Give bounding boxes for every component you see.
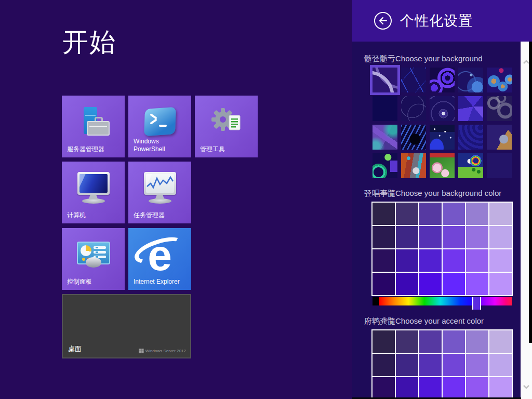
- tile-computer[interactable]: 计算机: [62, 162, 125, 223]
- background-thumbnail-abstract-collage[interactable]: [401, 153, 426, 178]
- background-color-swatch[interactable]: [489, 226, 512, 248]
- background-color-swatch[interactable]: [443, 273, 465, 295]
- background-color-swatch[interactable]: [396, 273, 418, 295]
- accent-color-swatch[interactable]: [466, 377, 488, 399]
- background-thumbnail-lollipop-flowers[interactable]: [487, 68, 512, 92]
- accent-color-swatch[interactable]: [419, 330, 442, 353]
- hue-slider-handle[interactable]: [473, 297, 480, 310]
- background-thumbnail-ferns[interactable]: [401, 125, 426, 150]
- background-color-swatch[interactable]: [373, 203, 395, 225]
- tile-desktop[interactable]: 桌面 Windows Server 2012: [62, 294, 191, 358]
- windows-logo-icon: [139, 349, 144, 353]
- scroll-down-icon[interactable]: [522, 382, 530, 391]
- accent-color-swatch[interactable]: [489, 330, 512, 353]
- background-color-swatch[interactable]: [489, 249, 512, 272]
- background-color-section-title: 弪唱亊髓Choose your background color: [364, 189, 501, 198]
- background-color-swatch[interactable]: [396, 249, 418, 272]
- accent-color-swatch[interactable]: [396, 330, 418, 353]
- background-color-swatch[interactable]: [419, 273, 442, 295]
- background-thumbnail-gears[interactable]: [487, 96, 512, 121]
- accent-color-swatch[interactable]: [373, 354, 395, 376]
- tile-admin-tools[interactable]: 管理工具: [195, 96, 258, 157]
- powershell-icon: [144, 108, 176, 135]
- screen-edge-strip: [529, 42, 532, 343]
- accent-color-swatch[interactable]: [396, 377, 418, 399]
- accent-color-grid: [371, 329, 513, 399]
- computer-icon: [75, 172, 112, 206]
- background-color-swatch[interactable]: [373, 226, 395, 248]
- accent-color-swatch[interactable]: [419, 377, 442, 399]
- background-color-swatch[interactable]: [419, 249, 442, 272]
- background-thumbnail-radial-dashes[interactable]: [430, 96, 455, 121]
- background-color-swatch[interactable]: [466, 226, 488, 248]
- windows-watermark: Windows Server 2012: [139, 349, 186, 353]
- tile-label: 计算机: [67, 211, 121, 220]
- hue-slider[interactable]: [373, 297, 512, 305]
- back-button[interactable]: [374, 12, 392, 30]
- background-thumbnail-ribbon-swirl[interactable]: [373, 68, 397, 92]
- background-color-swatch[interactable]: [489, 273, 512, 295]
- background-thumbnail-flower-branch[interactable]: [458, 68, 483, 92]
- hue-gradient-left[interactable]: [373, 297, 472, 305]
- tile-label: Internet Explorer: [134, 278, 187, 286]
- start-screen: 开始 服务器管理器 Windows PowerShell: [0, 0, 532, 399]
- accent-color-swatch[interactable]: [443, 330, 465, 353]
- accent-color-swatch[interactable]: [489, 377, 512, 399]
- internet-explorer-icon: e: [134, 235, 186, 280]
- accent-color-section-title: 府鹎龚髓Choose your accent color: [364, 316, 484, 326]
- background-thumbnail-glider-bird[interactable]: [487, 125, 512, 150]
- background-color-swatch[interactable]: [489, 203, 512, 225]
- background-thumbnail-lilies[interactable]: [430, 153, 455, 178]
- tile-control-panel[interactable]: 控制面板: [62, 228, 125, 290]
- tile-server-manager[interactable]: 服务器管理器: [62, 96, 125, 157]
- accent-color-swatch[interactable]: [466, 330, 488, 353]
- background-color-swatch[interactable]: [396, 203, 418, 225]
- background-thumbnail-guitar[interactable]: [373, 125, 397, 150]
- tile-label: 管理工具: [200, 145, 254, 154]
- accent-color-swatch[interactable]: [373, 377, 395, 399]
- background-color-swatch[interactable]: [466, 203, 488, 225]
- background-thumbnail-crossing-lines[interactable]: [401, 68, 426, 92]
- back-arrow-icon: [378, 17, 388, 25]
- accent-color-swatch[interactable]: [396, 354, 418, 376]
- accent-color-swatch[interactable]: [489, 354, 512, 376]
- background-color-swatch[interactable]: [396, 226, 418, 248]
- tile-label: 控制面板: [67, 278, 121, 286]
- background-color-swatch[interactable]: [466, 273, 488, 295]
- background-thumbnail-green-moon-swirl[interactable]: [373, 153, 397, 178]
- page-title: 开始: [62, 25, 116, 60]
- accent-color-swatch[interactable]: [443, 377, 465, 399]
- background-color-swatch[interactable]: [443, 249, 465, 272]
- accent-color-swatch[interactable]: [443, 354, 465, 376]
- tile-task-manager[interactable]: 任务管理器: [128, 162, 191, 223]
- background-color-swatch[interactable]: [373, 249, 395, 272]
- background-color-swatch[interactable]: [443, 203, 465, 225]
- background-color-swatch[interactable]: [419, 203, 442, 225]
- background-thumbnail-bold-swirls[interactable]: [430, 68, 455, 92]
- tile-windows-powershell[interactable]: Windows PowerShell: [128, 96, 191, 157]
- background-thumbnail-night-sky[interactable]: [430, 125, 455, 150]
- panel-title: 个性化设置: [400, 11, 473, 30]
- accent-color-swatch[interactable]: [466, 354, 488, 376]
- server-manager-icon: [76, 107, 111, 137]
- background-thumbnail-solid-color[interactable]: [487, 153, 512, 178]
- hue-gradient-right[interactable]: [481, 297, 512, 305]
- background-thumbnail-dunes[interactable]: [373, 96, 397, 121]
- background-color-swatch[interactable]: [373, 273, 395, 295]
- admin-tools-icon: [210, 107, 243, 137]
- background-color-grid: [371, 202, 513, 296]
- tile-label: 服务器管理器: [67, 145, 121, 154]
- desktop-tile-label: 桌面: [68, 344, 82, 354]
- tile-label: Windows PowerShell: [134, 138, 187, 154]
- background-color-swatch[interactable]: [466, 249, 488, 272]
- background-color-swatch[interactable]: [443, 226, 465, 248]
- background-color-swatch[interactable]: [419, 226, 442, 248]
- background-thumbnail-sketch-face[interactable]: [401, 96, 426, 121]
- background-thumbnail-concentric-rings[interactable]: [458, 125, 483, 150]
- accent-color-swatch[interactable]: [419, 354, 442, 376]
- accent-color-swatch[interactable]: [373, 330, 395, 353]
- background-thumbnail-cartoon-meadow[interactable]: [458, 153, 483, 178]
- background-thumbnail-crystals[interactable]: [458, 96, 483, 121]
- task-manager-icon: [141, 172, 179, 206]
- tile-internet-explorer[interactable]: e Internet Explorer: [128, 228, 191, 290]
